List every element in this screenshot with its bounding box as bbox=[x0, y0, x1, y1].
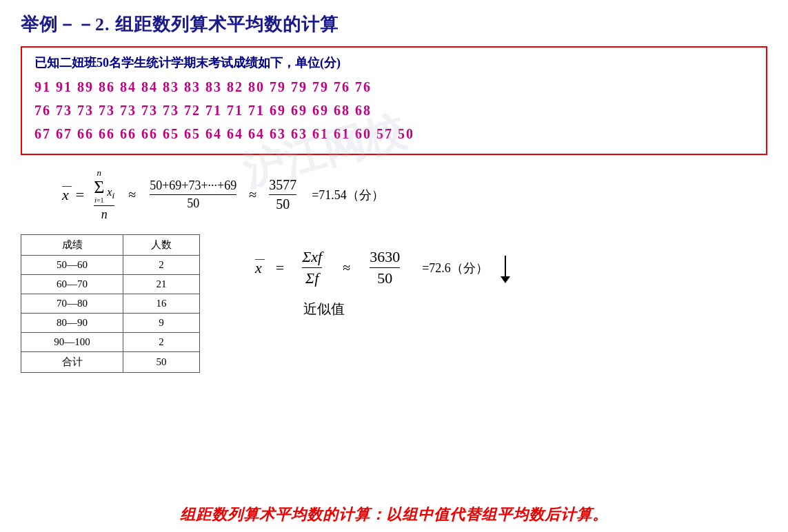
data-box: 已知二妞班50名学生统计学期末考试成绩如下，单位(分) 91 91 89 86 … bbox=[21, 46, 767, 155]
table-row: 80—909 bbox=[21, 314, 200, 333]
data-row-1: 91 91 89 86 84 84 83 83 83 82 80 79 79 7… bbox=[34, 75, 754, 99]
table-cell-score: 80—90 bbox=[21, 314, 123, 333]
table-cell-score: 合计 bbox=[21, 352, 123, 373]
data-box-header: 已知二妞班50名学生统计学期末考试成绩如下，单位(分) bbox=[34, 54, 754, 71]
table-area: 成绩 人数 50—60260—702170—801680—90990—1002合… bbox=[21, 234, 214, 373]
formula2-row: — x = Σxf Σf ≈ 3630 50 =72.6（分） bbox=[255, 248, 510, 287]
arrow-down bbox=[501, 256, 510, 283]
equals1: = bbox=[76, 186, 84, 204]
table-cell-count: 9 bbox=[123, 314, 200, 333]
table-cell-score: 60—70 bbox=[21, 275, 123, 294]
table-cell-score: 90—100 bbox=[21, 333, 123, 352]
bottom-text: 组距数列算术平均数的计算：以组中值代替组平均数后计算。 bbox=[0, 504, 788, 525]
xbar-symbol: — x bbox=[62, 186, 69, 204]
page-title: 举例－－2. 组距数列算术平均数的计算 bbox=[21, 12, 767, 37]
table-row: 合计50 bbox=[21, 352, 200, 373]
col-header-score: 成绩 bbox=[21, 235, 123, 256]
data-row-3: 67 67 66 66 66 66 65 65 64 64 64 63 63 6… bbox=[34, 122, 754, 145]
table-row: 50—602 bbox=[21, 256, 200, 275]
table-row: 70—8016 bbox=[21, 294, 200, 314]
table-cell-count: 2 bbox=[123, 333, 200, 352]
right-formula: — x = Σxf Σf ≈ 3630 50 =72.6（分） 近似值 bbox=[214, 234, 767, 318]
sigma-fraction: n Σ i=1 xi n bbox=[94, 167, 114, 222]
data-table: 成绩 人数 50—60260—702170—801680—90990—1002合… bbox=[21, 234, 200, 373]
approx1: ≈ bbox=[128, 187, 136, 203]
data-row-2: 76 73 73 73 73 73 73 72 71 71 71 69 69 6… bbox=[34, 99, 754, 122]
equals2: = bbox=[276, 259, 284, 277]
sum-fraction: 50+69+73+···+69 50 bbox=[150, 178, 236, 211]
approx3: ≈ bbox=[343, 260, 350, 276]
xf-fraction: Σxf Σf bbox=[302, 248, 322, 287]
bottom-section: 成绩 人数 50—60260—702170—801680—90990—1002合… bbox=[21, 234, 767, 373]
table-cell-score: 70—80 bbox=[21, 294, 123, 314]
formula1-section: — x = n Σ i=1 xi n ≈ 50+69+73+···+69 50 … bbox=[21, 167, 767, 222]
table-row: 90—1002 bbox=[21, 333, 200, 352]
table-cell-score: 50—60 bbox=[21, 256, 123, 275]
table-row: 60—7021 bbox=[21, 275, 200, 294]
table-cell-count: 21 bbox=[123, 275, 200, 294]
formula2-result: =72.6（分） bbox=[422, 260, 488, 276]
table-cell-count: 2 bbox=[123, 256, 200, 275]
table-cell-count: 50 bbox=[123, 352, 200, 373]
col-header-count: 人数 bbox=[123, 235, 200, 256]
result-fraction: 3577 50 bbox=[269, 177, 296, 212]
num-fraction2: 3630 50 bbox=[370, 248, 400, 287]
formula1-result: =71.54（分） bbox=[312, 187, 384, 203]
table-cell-count: 16 bbox=[123, 294, 200, 314]
near-value-label: 近似值 bbox=[303, 300, 345, 318]
approx2: ≈ bbox=[249, 187, 256, 203]
xbar2-symbol: — x bbox=[255, 259, 262, 277]
